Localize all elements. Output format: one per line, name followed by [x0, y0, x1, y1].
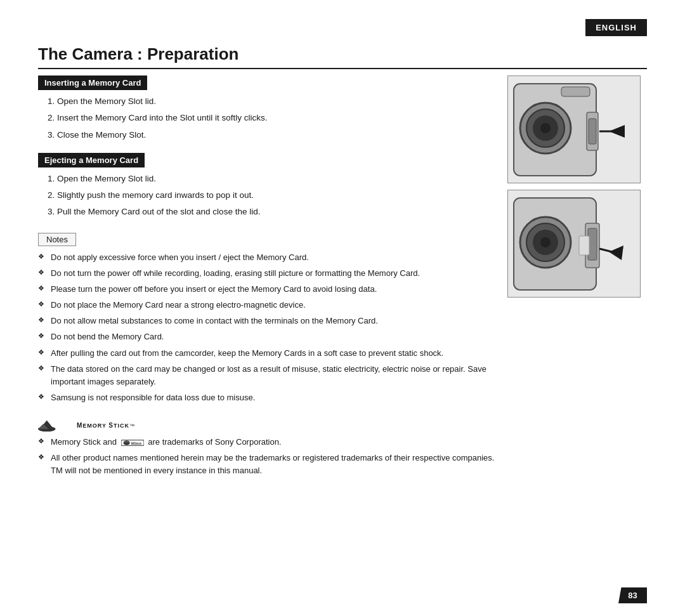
notes-bullet-list: Do not apply excessive force when you in…	[38, 251, 495, 404]
svg-point-21	[540, 237, 551, 247]
svg-point-11	[540, 123, 551, 133]
memory-stick-section: MEMORY STICK™ Memory Stick and MStick ar…	[38, 416, 495, 477]
inserting-step-2: Insert the Memory Card into the Slot unt…	[57, 110, 495, 126]
right-images	[507, 75, 647, 481]
camera-svg-bottom	[511, 192, 637, 296]
memory-stick-logo: MEMORY STICK™	[38, 416, 495, 433]
main-layout: Inserting a Memory Card Open the Memory …	[38, 75, 647, 481]
camera-image-top	[507, 75, 641, 183]
ejecting-step-1: Open the Memory Slot lid.	[57, 171, 495, 187]
note-item-3: Do not place the Memory Card near a stro…	[38, 299, 495, 311]
section-inserting: Inserting a Memory Card Open the Memory …	[38, 75, 495, 143]
note-item-5: Do not bend the Memory Card.	[38, 331, 495, 343]
section-header-inserting: Inserting a Memory Card	[38, 75, 147, 90]
ms-inline-logo: MStick	[121, 438, 144, 448]
inserting-step-3: Close the Memory Slot.	[57, 128, 495, 143]
ms-bullet-1: All other product names mentioned herein…	[38, 452, 495, 477]
memory-stick-label: MEMORY STICK™	[77, 419, 134, 429]
note-item-4: Do not allow metal substances to come in…	[38, 315, 495, 327]
inserting-steps-list: Open the Memory Slot lid. Insert the Mem…	[57, 94, 495, 143]
svg-text:MStick: MStick	[131, 442, 141, 445]
ejecting-step-3: Pull the Memory Card out of the slot and…	[57, 204, 495, 220]
note-item-1: Do not turn the power off while recordin…	[38, 267, 495, 280]
svg-rect-24	[579, 236, 589, 255]
memory-stick-logo-svg	[38, 416, 73, 433]
note-item-0: Do not apply excessive force when you in…	[38, 251, 495, 264]
section-header-ejecting: Ejecting a Memory Card	[38, 153, 145, 167]
page-title: The Camera : Preparation	[38, 44, 647, 69]
note-item-6: After pulling the card out from the camc…	[38, 347, 495, 360]
ms-bullet-0: Memory Stick and MStick are trademarks o…	[38, 436, 495, 449]
left-content: Inserting a Memory Card Open the Memory …	[38, 75, 495, 481]
section-ejecting: Ejecting a Memory Card Open the Memory S…	[38, 153, 495, 220]
note-item-2: Please turn the power off before you ins…	[38, 283, 495, 296]
svg-rect-14	[589, 119, 596, 144]
note-item-7: The data stored on the card may be chang…	[38, 363, 495, 388]
ejecting-step-2: Slightly push the memory card inwards to…	[57, 188, 495, 203]
camera-image-bottom	[507, 190, 641, 298]
camera-svg-top	[511, 77, 637, 182]
page-container: ENGLISH The Camera : Preparation Inserti…	[0, 0, 685, 616]
ejecting-steps-list: Open the Memory Slot lid. Slightly push …	[57, 171, 495, 220]
language-badge: ENGLISH	[585, 19, 647, 36]
page-number: 83	[618, 587, 647, 603]
note-item-8: Samsung is not responsible for data loss…	[38, 391, 495, 404]
svg-rect-12	[561, 87, 590, 96]
notes-box: Notes	[38, 233, 76, 246]
inserting-step-1: Open the Memory Slot lid.	[57, 94, 495, 109]
memory-stick-bullet-list: Memory Stick and MStick are trademarks o…	[38, 436, 495, 477]
